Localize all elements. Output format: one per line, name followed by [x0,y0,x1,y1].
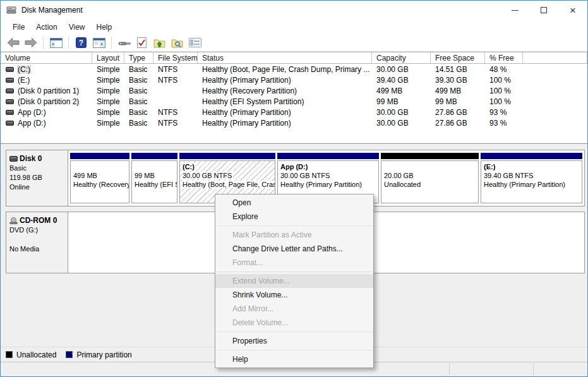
cell-status: Healthy (Recovery Partition) [198,87,372,95]
partition-label [384,162,478,171]
maximize-button[interactable] [529,1,558,20]
menu-item-change-drive-letter[interactable]: Change Drive Letter and Paths... [215,242,373,256]
partition-e[interactable]: (E:) 39.40 GB NTFS Healthy (Primary Part… [481,153,582,203]
partition-status: Healthy (Primary Partition) [280,180,378,189]
table-row[interactable]: (Disk 0 partition 1) Simple Basic Health… [1,85,587,96]
cell-status: Healthy (Primary Partition) [198,76,372,85]
menu-item-shrink-volume[interactable]: Shrink Volume... [215,288,373,302]
cell-free-space: 27.86 GB [431,119,485,128]
cell-fs: NTFS [153,108,198,117]
volume-list-pane: Volume Layout Type File System Status Ca… [1,52,587,144]
volume-icon [6,78,14,83]
menu-action[interactable]: Action [30,21,63,33]
col-status[interactable]: Status [198,52,372,63]
partition-recovery[interactable]: 499 MB Healthy (Recovery Partition) [70,153,129,203]
volume-name: App (D:) [18,119,46,128]
minimize-button[interactable] [500,1,529,20]
col-type[interactable]: Type [124,52,153,63]
col-volume[interactable]: Volume [1,52,92,63]
cell-pct-free: 100 % [485,97,523,106]
disk-label: Disk 0 [20,154,42,164]
titlebar: Disk Management × [1,1,587,20]
volume-name: (Disk 0 partition 1) [18,87,79,95]
cell-capacity: 30.00 GB [372,119,431,128]
menu-item-open[interactable]: Open [215,196,373,210]
close-icon: × [570,5,576,16]
menu-item-properties[interactable]: Properties [215,334,373,348]
minimize-icon [512,10,519,11]
cdrom-0-info[interactable]: CD-ROM 0 DVD (G:) No Media [6,212,68,273]
partition-status: Unallocated [384,180,478,189]
table-row[interactable]: App (D:) Simple Basic NTFS Healthy (Prim… [1,117,587,128]
cell-layout: Simple [92,97,124,106]
cdrom-type: DVD (G:) [9,225,66,235]
legend-unallocated: Unallocated [6,350,56,359]
disk-management-window: Disk Management × File Action View Help [0,0,588,377]
partition-size: 30.00 GB NTFS [280,171,378,180]
back-icon[interactable] [6,36,20,50]
partition-label [135,162,177,171]
help-icon[interactable]: ? [74,36,88,50]
statusbar-divider [449,364,450,375]
folder-up-icon[interactable] [152,36,167,50]
legend-label: Unallocated [16,350,56,359]
cell-pct-free: 93 % [485,108,523,117]
table-row[interactable]: (Disk 0 partition 2) Simple Basic Health… [1,96,587,107]
col-capacity[interactable]: Capacity [372,52,431,63]
cell-layout: Simple [92,65,124,74]
task-check-icon[interactable] [135,36,149,50]
partition-label: (E:) [484,162,582,171]
cell-free-space: 99 MB [431,97,485,106]
partition-size: 20.00 GB [384,171,478,180]
forward-icon[interactable] [23,36,38,50]
toolbar-separator [68,37,69,49]
cell-type: Basic [124,76,153,85]
partition-size: 99 MB [135,171,177,180]
partition-size: 30.00 GB NTFS [183,172,233,179]
cell-pct-free: 93 % [485,119,523,128]
menu-item-help[interactable]: Help [215,352,373,366]
disk-status: Online [9,183,66,192]
cell-capacity: 99 MB [372,97,431,106]
action-pane-icon[interactable] [92,36,106,50]
partition-status: Healthy (EFI System Partition) [135,180,177,189]
cell-type: Basic [124,119,153,128]
disk-0-info[interactable]: Disk 0 Basic 119.98 GB Online [6,150,68,206]
folder-search-icon[interactable] [170,36,184,50]
app-icon [6,6,16,15]
properties-list-icon[interactable] [188,36,202,50]
menu-view[interactable]: View [63,21,91,33]
cell-capacity: 30.00 GB [372,65,431,74]
menu-help[interactable]: Help [91,21,118,33]
disk-tool-icon[interactable] [117,36,131,50]
cdrom-label: CD-ROM 0 [20,216,57,225]
table-header: Volume Layout Type File System Status Ca… [1,52,587,64]
menu-file[interactable]: File [7,21,30,33]
cell-layout: Simple [92,87,124,95]
partition-color-bar [70,153,129,159]
partition-unallocated[interactable]: 20.00 GB Unallocated [381,153,479,203]
cell-capacity: 499 MB [372,87,431,95]
col-free-space[interactable]: Free Space [431,52,485,63]
partition-color-bar [179,153,275,159]
cell-pct-free: 100 % [485,76,523,85]
partition-color-bar [277,153,379,159]
cell-type: Basic [124,87,153,95]
volume-name: (C:) [18,65,30,74]
cell-pct-free: 48 % [485,65,523,74]
cell-type: Basic [124,97,153,106]
col-pct-free[interactable]: % Free [485,52,523,63]
col-file-system[interactable]: File System [153,52,198,63]
cdrom-status: No Media [9,244,66,254]
col-layout[interactable]: Layout [92,52,124,63]
table-row[interactable]: (E:) Simple Basic NTFS Healthy (Primary … [1,75,587,85]
window-title: Disk Management [21,6,83,15]
table-row[interactable]: App (D:) Simple Basic NTFS Healthy (Prim… [1,107,587,117]
menu-item-explore[interactable]: Explore [215,210,373,224]
cell-free-space: 39.30 GB [431,76,485,85]
table-row[interactable]: (C:) Simple Basic NTFS Healthy (Boot, Pa… [1,64,587,75]
console-tree-icon[interactable] [49,36,63,50]
partition-color-bar [131,153,177,159]
close-button[interactable]: × [558,1,587,20]
partition-efi[interactable]: 99 MB Healthy (EFI System Partition) [131,153,177,203]
